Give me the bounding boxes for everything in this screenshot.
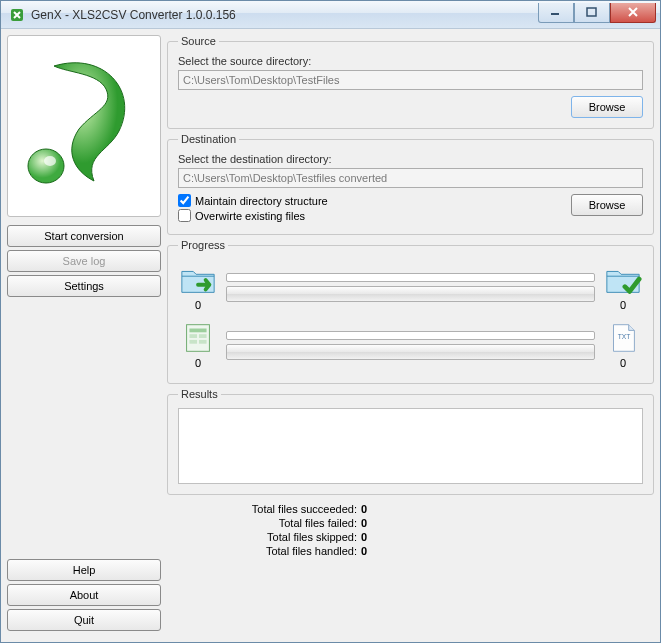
- overwrite-files-checkbox[interactable]: [178, 209, 191, 222]
- svg-rect-9: [189, 340, 197, 344]
- svg-rect-8: [199, 334, 207, 338]
- app-logo: [7, 35, 161, 217]
- progress-legend: Progress: [178, 239, 228, 251]
- svg-rect-7: [189, 334, 197, 338]
- results-legend: Results: [178, 388, 221, 400]
- overwrite-files-label: Overwirte existing files: [195, 210, 305, 222]
- destination-group: Destination Select the destination direc…: [167, 133, 654, 235]
- window-title: GenX - XLS2CSV Converter 1.0.0.156: [31, 8, 538, 22]
- total-succeeded-label: Total files succeeded:: [197, 503, 357, 515]
- svg-rect-6: [189, 329, 206, 333]
- window-controls: [538, 3, 660, 23]
- folders-in-count: 0: [178, 299, 218, 311]
- svg-rect-1: [551, 13, 559, 15]
- folder-out-icon: [603, 263, 643, 297]
- progress-bar-files: [226, 344, 595, 360]
- destination-path-input[interactable]: [178, 168, 643, 188]
- app-window: GenX - XLS2CSV Converter 1.0.0.156: [0, 0, 661, 643]
- destination-label: Select the destination directory:: [178, 153, 643, 165]
- progress-bar-files-thin: [226, 331, 595, 340]
- xls-file-icon: [178, 321, 218, 355]
- start-conversion-button[interactable]: Start conversion: [7, 225, 161, 247]
- progress-group: Progress 0: [167, 239, 654, 384]
- source-browse-button[interactable]: Browse: [571, 96, 643, 118]
- minimize-button[interactable]: [538, 3, 574, 23]
- destination-legend: Destination: [178, 133, 239, 145]
- maximize-button[interactable]: [574, 3, 610, 23]
- txt-file-icon: TXT: [603, 321, 643, 355]
- titlebar[interactable]: GenX - XLS2CSV Converter 1.0.0.156: [1, 1, 660, 29]
- progress-bar-folders-thin: [226, 273, 595, 282]
- total-succeeded-value: 0: [361, 503, 367, 515]
- svg-point-3: [28, 149, 64, 183]
- folders-out-count: 0: [603, 299, 643, 311]
- progress-bar-folders: [226, 286, 595, 302]
- svg-text:TXT: TXT: [618, 333, 631, 340]
- svg-rect-2: [587, 8, 596, 16]
- save-log-button[interactable]: Save log: [7, 250, 161, 272]
- source-group: Source Select the source directory: Brow…: [167, 35, 654, 129]
- total-skipped-value: 0: [361, 531, 367, 543]
- quit-button[interactable]: Quit: [7, 609, 161, 631]
- files-in-count: 0: [178, 357, 218, 369]
- total-failed-value: 0: [361, 517, 367, 529]
- maintain-structure-label: Maintain directory structure: [195, 195, 328, 207]
- source-label: Select the source directory:: [178, 55, 643, 67]
- files-out-count: 0: [603, 357, 643, 369]
- app-icon: [9, 7, 25, 23]
- svg-point-4: [44, 156, 56, 166]
- totals-summary: Total files succeeded:0 Total files fail…: [167, 499, 654, 559]
- source-path-input[interactable]: [178, 70, 643, 90]
- total-skipped-label: Total files skipped:: [197, 531, 357, 543]
- close-button[interactable]: [610, 3, 656, 23]
- total-handled-value: 0: [361, 545, 367, 557]
- svg-rect-10: [199, 340, 207, 344]
- total-failed-label: Total files failed:: [197, 517, 357, 529]
- about-button[interactable]: About: [7, 584, 161, 606]
- settings-button[interactable]: Settings: [7, 275, 161, 297]
- destination-browse-button[interactable]: Browse: [571, 194, 643, 216]
- folder-in-icon: [178, 263, 218, 297]
- source-legend: Source: [178, 35, 219, 47]
- help-button[interactable]: Help: [7, 559, 161, 581]
- results-group: Results: [167, 388, 654, 495]
- total-handled-label: Total files handled:: [197, 545, 357, 557]
- results-textarea[interactable]: [178, 408, 643, 484]
- maintain-structure-checkbox[interactable]: [178, 194, 191, 207]
